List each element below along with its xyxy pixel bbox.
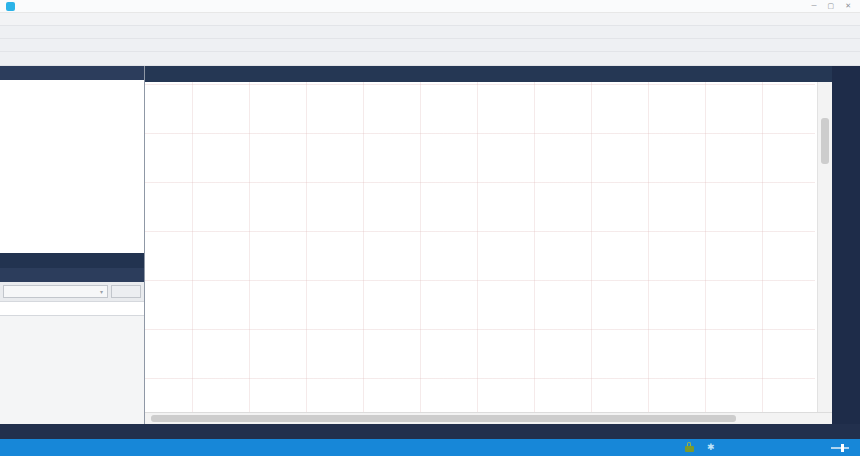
function-filter-row: ▾: [0, 282, 144, 302]
editor-area: [145, 66, 832, 424]
chevron-down-icon: ▾: [100, 288, 103, 295]
minimize-icon: ─: [812, 2, 817, 10]
right-sidebar: [832, 66, 860, 424]
status-step-count: [462, 439, 522, 456]
zoom-slider-track[interactable]: [831, 447, 849, 449]
toolbar-ladder: [0, 52, 860, 66]
menu-bar: [0, 13, 860, 26]
editor-tab-bar: [145, 66, 832, 82]
function-category-dropdown[interactable]: ▾: [3, 285, 108, 298]
lock-icon: [685, 446, 694, 452]
vertical-scrollbar[interactable]: [817, 82, 832, 412]
vertical-scrollbar-thumb[interactable]: [821, 118, 829, 164]
zoom-out-button[interactable]: [822, 439, 830, 456]
snowflake-icon: ✱: [707, 439, 715, 456]
zoom-in-button[interactable]: [851, 439, 859, 456]
app-icon: [6, 2, 15, 11]
horizontal-scrollbar-thumb[interactable]: [151, 415, 736, 422]
ladder-canvas[interactable]: [145, 82, 815, 412]
status-input-mode: [633, 439, 683, 456]
toolbar-standard: [0, 26, 860, 39]
output-tab-bar: [0, 424, 860, 439]
status-plc-name: [288, 439, 358, 456]
xg5000-window: ─▢✕ ▾: [0, 0, 860, 456]
window-buttons[interactable]: ─▢✕: [812, 2, 860, 10]
project-panel-tabs: [0, 253, 144, 268]
edit-button[interactable]: [111, 285, 141, 298]
close-icon: ✕: [845, 2, 851, 10]
function-list[interactable]: [0, 316, 144, 424]
function-name-header: [0, 302, 144, 316]
status-cursor-position: [538, 439, 628, 456]
zoom-slider-thumb[interactable]: [841, 444, 844, 452]
maximize-icon: ▢: [828, 2, 835, 10]
toolbar-online: [0, 39, 860, 52]
left-panel: ▾: [0, 66, 145, 424]
status-zoom-level: [793, 439, 823, 456]
title-bar: ─▢✕: [0, 0, 860, 13]
project-tree: [0, 80, 144, 253]
status-bar: ✱: [0, 439, 860, 456]
status-connection-mode: [390, 439, 460, 456]
function-panel-header: [0, 268, 144, 282]
horizontal-scrollbar[interactable]: [145, 412, 832, 424]
project-panel-header: [0, 66, 144, 80]
